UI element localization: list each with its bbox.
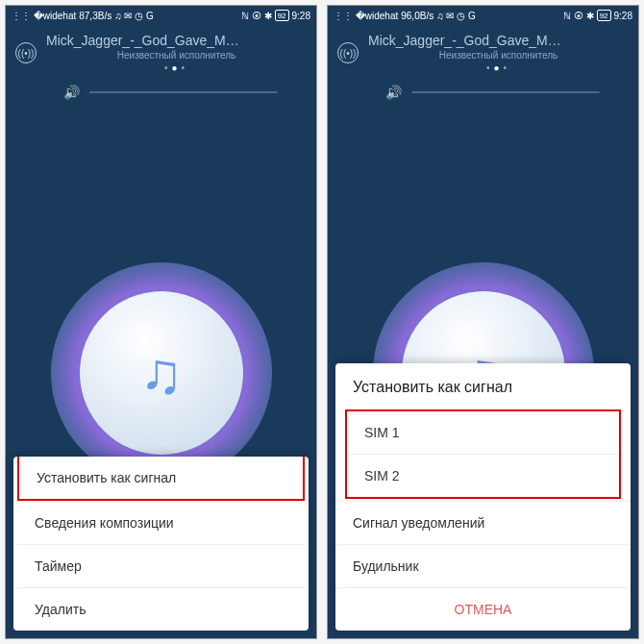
phone-screen-left: ⋮⋮ �widehat 87,3B/s ♫ ✉ ◷ G ℕ ⦿ ✱ 92 9:2… (5, 5, 317, 639)
player-header: ((•)) Mick_Jagger_-_God_Gave_M… Неизвест… (6, 25, 316, 77)
cancel-button[interactable]: ОТМЕНА (335, 587, 631, 631)
status-icons-left: ♫ ✉ ◷ G (114, 11, 154, 21)
player-header: ((•)) Mick_Jagger_-_God_Gave_M… Неизвест… (328, 25, 638, 77)
option-sim2[interactable]: SIM 2 (347, 454, 619, 497)
battery-indicator: 92 (597, 10, 611, 21)
ringtone-dialog: Установить как сигнал SIM 1 SIM 2 Сигнал… (335, 363, 631, 631)
status-bar: ⋮⋮ �widehat 87,3B/s ♫ ✉ ◷ G ℕ ⦿ ✱ 92 9:2… (6, 6, 316, 25)
option-sim1[interactable]: SIM 1 (347, 411, 619, 454)
track-title: Mick_Jagger_-_God_Gave_M… (46, 33, 307, 48)
album-inner: ♫ (80, 291, 243, 455)
menu-item-timer[interactable]: Таймер (17, 544, 305, 587)
option-alarm[interactable]: Будильник (335, 544, 631, 587)
menu-item-delete[interactable]: Удалить (17, 587, 305, 631)
broadcast-icon[interactable]: ((•)) (337, 42, 359, 63)
clock: 9:28 (292, 11, 310, 21)
phone-screen-right: ⋮⋮ �widehat 96,0B/s ♫ ✉ ◷ G ℕ ⦿ ✱ 92 9:2… (327, 5, 639, 639)
volume-control[interactable]: 🔊 (6, 77, 316, 108)
context-menu: Установить как сигнал Сведения композици… (13, 457, 309, 631)
status-icons-right: ℕ ⦿ ✱ (563, 11, 594, 21)
music-note-icon: ♫ (139, 340, 183, 407)
clock: 9:28 (614, 11, 632, 21)
page-dots: •●• (46, 62, 307, 73)
track-artist: Неизвестный исполнитель (368, 50, 629, 61)
volume-control[interactable]: 🔊 (328, 77, 638, 108)
menu-item-set-as-ringtone[interactable]: Установить как сигнал (17, 457, 305, 501)
sim-options-highlight: SIM 1 SIM 2 (345, 409, 621, 499)
battery-indicator: 92 (275, 10, 289, 21)
wifi-icon: ⋮⋮ �widehat (334, 11, 398, 21)
menu-item-track-info[interactable]: Сведения композиции (17, 501, 305, 544)
track-title: Mick_Jagger_-_God_Gave_M… (368, 33, 629, 48)
status-bar: ⋮⋮ �widehat 96,0B/s ♫ ✉ ◷ G ℕ ⦿ ✱ 92 9:2… (328, 6, 638, 25)
dialog-title: Установить как сигнал (335, 363, 631, 408)
network-speed: 87,3B/s (79, 11, 111, 21)
page-dots: •●• (368, 62, 629, 73)
track-artist: Неизвестный исполнитель (46, 50, 307, 61)
wifi-icon: ⋮⋮ �widehat (12, 11, 76, 21)
album-circle: ♫ (51, 262, 272, 483)
volume-icon: 🔊 (385, 85, 402, 100)
volume-slider[interactable] (89, 91, 278, 93)
volume-icon: 🔊 (63, 85, 80, 100)
status-icons-left: ♫ ✉ ◷ G (436, 11, 476, 21)
network-speed: 96,0B/s (401, 11, 433, 21)
broadcast-icon[interactable]: ((•)) (15, 42, 37, 63)
option-notification[interactable]: Сигнал уведомлений (335, 501, 631, 544)
volume-slider[interactable] (411, 91, 600, 93)
status-icons-right: ℕ ⦿ ✱ (241, 11, 272, 21)
